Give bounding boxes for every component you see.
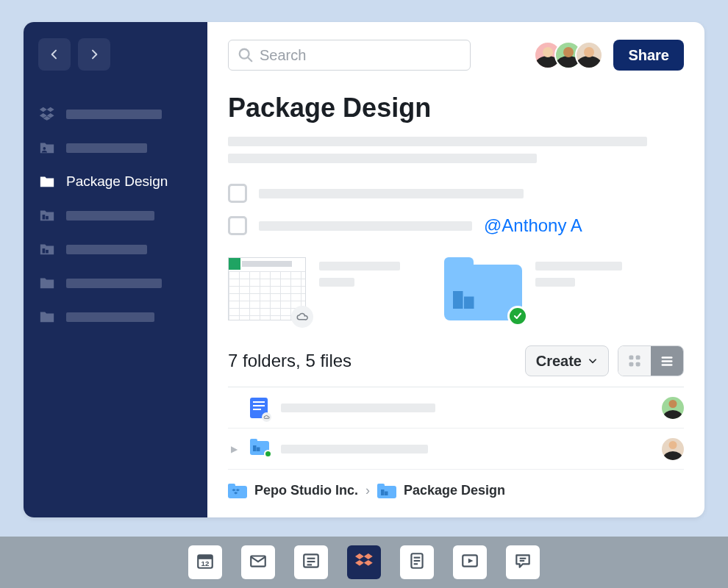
avatar[interactable] [662, 438, 684, 460]
svg-rect-16 [662, 360, 673, 362]
breadcrumb-item[interactable]: Pepo Studio Inc. [228, 483, 358, 498]
sidebar-item-label: Package Design [66, 173, 168, 190]
file-name-placeholder [535, 262, 622, 270]
share-button[interactable]: Share [613, 40, 684, 71]
svg-rect-11 [629, 356, 634, 360]
list-icon [660, 354, 674, 368]
folder-icon [228, 484, 247, 498]
sidebar-item[interactable] [38, 266, 193, 300]
mention-link[interactable]: @Anthony A [484, 215, 582, 236]
svg-rect-14 [636, 362, 640, 367]
dock-mail-button[interactable] [241, 545, 275, 579]
description-placeholder [228, 154, 537, 163]
calendar-icon: 12 [196, 551, 215, 573]
svg-rect-17 [662, 364, 673, 366]
avatar[interactable] [575, 41, 603, 69]
folder-dim-icon [38, 274, 56, 292]
nav-forward-button[interactable] [78, 38, 110, 71]
file-card[interactable] [228, 257, 400, 320]
file-row[interactable] [228, 387, 684, 429]
file-list: ▶ [228, 387, 684, 470]
sidebar-item[interactable] [38, 198, 193, 232]
sidebar-item-placeholder [66, 245, 147, 254]
breadcrumb-item[interactable]: Package Design [377, 483, 505, 498]
search-box[interactable] [228, 40, 471, 71]
file-card[interactable] [444, 257, 622, 320]
dock-calendar-button[interactable]: 12 [188, 545, 222, 579]
checkbox[interactable] [228, 184, 247, 203]
comment-icon [513, 551, 532, 573]
sidebar-item-placeholder [66, 110, 162, 119]
list-icon [301, 551, 321, 573]
svg-rect-10 [464, 297, 474, 309]
svg-rect-3 [43, 215, 46, 219]
item-count: 7 folders, 5 files [228, 351, 516, 371]
list-view-button[interactable] [651, 346, 683, 376]
cloud-icon [291, 306, 313, 328]
grid-icon [627, 354, 642, 368]
nav-back-button[interactable] [38, 38, 71, 71]
dock-comment-button[interactable] [506, 545, 540, 579]
svg-rect-13 [629, 362, 634, 367]
doc-icon [250, 398, 268, 418]
breadcrumb: Pepo Studio Inc.› Package Design [228, 470, 684, 498]
mail-icon [249, 551, 268, 573]
search-icon [238, 47, 254, 63]
dock-play-button[interactable] [453, 545, 487, 579]
search-input[interactable] [260, 47, 461, 64]
dock: 12 [0, 537, 728, 588]
company-folder-dim-icon [38, 207, 56, 224]
folder-dim-icon [38, 308, 56, 326]
task-placeholder [259, 189, 524, 198]
checkbox[interactable] [228, 216, 247, 235]
app-window: Package Design Share Package Design @Ant… [24, 22, 704, 517]
content-summary-row: 7 folders, 5 files Create [228, 345, 684, 376]
file-name-placeholder [281, 404, 435, 412]
svg-line-8 [248, 57, 251, 61]
avatar[interactable] [662, 397, 684, 419]
sidebar-item-placeholder [66, 211, 154, 220]
svg-rect-19 [257, 447, 260, 451]
nav-arrows [38, 38, 193, 71]
breadcrumb-separator: › [365, 483, 370, 498]
sidebar-item-placeholder [66, 279, 162, 288]
company-folder-icon [38, 173, 56, 190]
sidebar-item[interactable] [38, 232, 193, 266]
page-title: Package Design [228, 93, 684, 123]
sidebar-item[interactable] [38, 300, 193, 334]
svg-rect-2 [46, 182, 49, 186]
description-placeholder [228, 137, 647, 146]
folder-icon [250, 439, 269, 455]
dock-doc-button[interactable] [400, 545, 434, 579]
svg-rect-18 [253, 445, 257, 451]
sidebar-item[interactable]: Package Design [38, 165, 193, 198]
dock-list-button[interactable] [294, 545, 328, 579]
task-row: @Anthony A [228, 213, 684, 238]
svg-rect-6 [46, 250, 49, 254]
grid-view-button[interactable] [618, 346, 651, 376]
breadcrumb-label: Package Design [404, 483, 505, 498]
view-toggle [618, 345, 684, 376]
svg-rect-5 [43, 248, 46, 253]
svg-rect-9 [453, 291, 463, 309]
svg-point-0 [43, 147, 46, 150]
dock-dropbox-button[interactable] [347, 545, 381, 579]
top-bar: Share [228, 40, 684, 71]
expand-toggle[interactable]: ▶ [231, 444, 240, 454]
create-label: Create [536, 353, 582, 370]
sidebar-item[interactable] [38, 97, 193, 131]
svg-rect-12 [636, 356, 640, 360]
collaborator-avatars [534, 41, 603, 69]
dropbox-icon [38, 105, 56, 123]
task-placeholder [259, 221, 472, 231]
create-button[interactable]: Create [525, 345, 609, 376]
play-icon [460, 551, 479, 573]
person-folder-icon [38, 139, 56, 157]
chevron-left-icon [49, 49, 60, 60]
task-row [228, 181, 684, 206]
dropbox-icon [354, 551, 374, 574]
sidebar-item[interactable] [38, 131, 193, 165]
file-row[interactable]: ▶ [228, 429, 684, 470]
sidebar-item-placeholder [66, 312, 154, 322]
chevron-right-icon [88, 49, 100, 60]
